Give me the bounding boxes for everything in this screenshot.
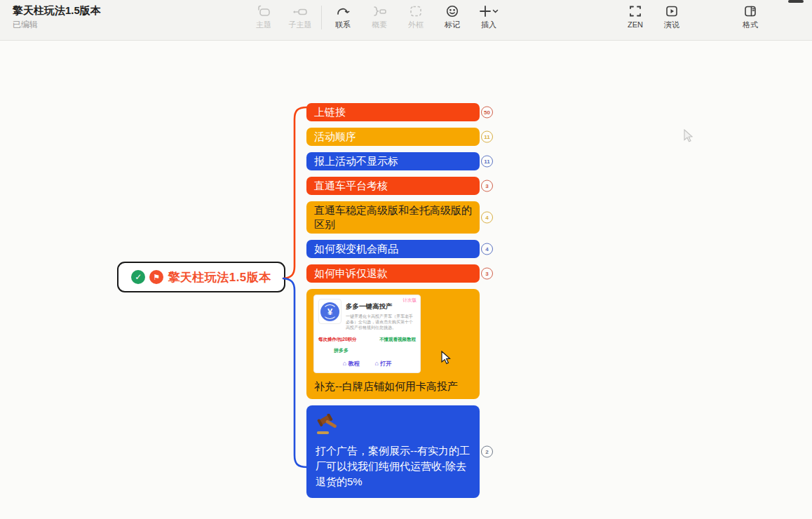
card-cost-note: 每次操作/扣20积分 <box>318 337 357 343</box>
presentation-label: 演说 <box>664 20 679 29</box>
insert-label: 插入 <box>481 20 496 29</box>
topic-label: 报上活动不显示标 <box>314 155 398 167</box>
zen-mode-button[interactable]: ZEN <box>617 3 654 29</box>
card-description: 一键开通化卡高投产开车（开车老手必备）全勾选，请点击去购买第十个高投产价格规则任… <box>346 314 416 330</box>
branch-row: 活动顺序 11 <box>306 128 480 146</box>
count-badge[interactable]: 50 <box>481 107 493 119</box>
document-title: 擎天柱玩法1.5版本 <box>13 4 101 18</box>
topic-button[interactable]: 主题 <box>245 3 282 29</box>
count-badge[interactable]: 3 <box>481 180 493 192</box>
image-node-caption: 补充--白牌店铺如何用卡高投产 <box>313 380 473 393</box>
brace-connector <box>279 101 310 474</box>
format-panel-button[interactable]: 格式 <box>732 3 769 29</box>
brace-bottom-half <box>283 278 307 467</box>
summary-icon <box>371 3 388 20</box>
topic-node-shanglianjie[interactable]: 上链接 <box>306 103 480 121</box>
branch-row: 直通车稳定高级版和全托高级版的区别 4 <box>306 201 480 234</box>
topic-label: 主题 <box>256 20 271 29</box>
boundary-icon <box>408 3 424 20</box>
window-control-dash[interactable] <box>788 0 804 3</box>
app-logo-icon: ¥ <box>318 299 341 324</box>
ghost-cursor-arrow <box>684 129 693 143</box>
flag-circle-icon: ⚑ <box>149 270 163 284</box>
topic-label: 上链接 <box>314 106 346 118</box>
format-panel-label: 格式 <box>743 20 758 29</box>
mindmap-canvas[interactable]: ✓ ⚑ 擎天柱玩法1.5版本 上链接 50 活动顺序 11 报上活动不显示标 1… <box>0 41 812 519</box>
cursor-arrow <box>441 351 452 365</box>
branch-row: 上链接 50 <box>306 103 480 121</box>
card-link-open[interactable]: ⌂ 打开 <box>375 360 392 368</box>
embedded-image-card[interactable]: 计次版 ¥ 多多一键高投产 一键开通化卡高投产开车（开车老手必备）全勾选，请点击… <box>313 295 421 373</box>
summary-button[interactable]: 概要 <box>361 3 398 29</box>
home-icon: ⌂ <box>343 360 346 367</box>
central-topic-node[interactable]: ✓ ⚑ 擎天柱玩法1.5版本 <box>117 262 285 292</box>
toolbar-center-group: 主题 子主题 联系 概要 <box>245 3 507 29</box>
card-link-tutorial[interactable]: ⌂ 教程 <box>343 360 360 368</box>
zen-mode-icon <box>628 3 643 20</box>
relationship-button[interactable]: 联系 <box>325 3 361 29</box>
count-badge[interactable]: 3 <box>481 268 493 280</box>
count-badge[interactable]: 4 <box>481 212 493 224</box>
gavel-icon <box>316 414 341 435</box>
insert-button[interactable]: 插入 <box>471 3 507 29</box>
card-platform: 拼多多 <box>334 347 416 354</box>
boundary-button[interactable]: 外框 <box>398 3 434 29</box>
card-tag: 计次版 <box>403 297 417 304</box>
marker-label: 标记 <box>445 20 460 29</box>
toolbar-separator <box>321 6 322 29</box>
insert-icon <box>479 3 499 20</box>
branch-row: 计次版 ¥ 多多一键高投产 一键开通化卡高投产开车（开车老手必备）全勾选，请点击… <box>306 289 480 399</box>
topic-label: 直通车平台考核 <box>314 180 388 191</box>
count-badge[interactable]: 4 <box>481 243 493 255</box>
subtopic-button[interactable]: 子主题 <box>282 3 318 29</box>
branch-row: 如何裂变机会商品 4 <box>306 240 480 258</box>
topic-node-baoshanghuodong[interactable]: 报上活动不显示标 <box>306 152 480 170</box>
relationship-label: 联系 <box>335 20 351 29</box>
summary-label: 概要 <box>372 20 387 29</box>
branch-column: 上链接 50 活动顺序 11 报上活动不显示标 11 直通车平台考核 3 直通车… <box>306 103 480 498</box>
boundary-label: 外框 <box>408 20 424 29</box>
topic-label: 如何裂变机会商品 <box>314 243 398 255</box>
count-badge[interactable]: 11 <box>481 131 493 143</box>
count-badge[interactable]: 2 <box>481 446 493 458</box>
brace-top-half <box>283 107 307 278</box>
subtopic-icon <box>292 3 309 20</box>
subtopic-label: 子主题 <box>289 20 312 29</box>
presentation-icon <box>664 3 679 20</box>
relationship-icon <box>335 3 351 20</box>
topic-node-advertisement[interactable]: 打个广告，案例展示--有实力的工厂可以找我们纯佣代运营收-除去退货的5% <box>306 405 480 498</box>
home-icon: ⌂ <box>375 360 379 367</box>
format-panel-icon <box>743 3 758 20</box>
topic-node-zhitongche-kaohe[interactable]: 直通车平台考核 <box>306 177 480 195</box>
topic-node-image-gaotouchan[interactable]: 计次版 ¥ 多多一键高投产 一键开通化卡高投产开车（开车老手必备）全勾选，请点击… <box>306 289 480 399</box>
branch-row: 打个广告，案例展示--有实力的工厂可以找我们纯佣代运营收-除去退货的5% 2 <box>306 405 480 498</box>
branch-row: 报上活动不显示标 11 <box>306 152 480 170</box>
marker-button[interactable]: 标记 <box>434 3 471 29</box>
count-badge[interactable]: 11 <box>481 156 493 168</box>
zen-mode-label: ZEN <box>628 20 643 29</box>
toolbar-right-group: ZEN 演说 格式 <box>617 3 769 29</box>
presentation-button[interactable]: 演说 <box>654 3 690 29</box>
marker-icon <box>445 3 460 20</box>
advertisement-text: 打个广告，案例展示--有实力的工厂可以找我们纯佣代运营收-除去退货的5% <box>316 443 471 490</box>
central-topic-label: 擎天柱玩法1.5版本 <box>168 269 271 285</box>
card-tutorial-note: 不懂观看视频教程 <box>379 337 416 343</box>
check-circle-icon: ✓ <box>131 270 145 284</box>
topic-label: 如何申诉仅退款 <box>314 267 388 279</box>
topic-label: 直通车稳定高级版和全托高级版的区别 <box>314 204 472 230</box>
topic-node-shensu-tuikuan[interactable]: 如何申诉仅退款 <box>306 264 480 283</box>
topic-node-huodongshunxu[interactable]: 活动顺序 <box>306 128 480 146</box>
branch-row: 如何申诉仅退款 3 <box>306 264 480 283</box>
topic-label: 活动顺序 <box>314 130 356 142</box>
topic-icon <box>256 3 271 20</box>
save-status: 已编辑 <box>13 19 38 31</box>
topic-node-zhitongche-qubie[interactable]: 直通车稳定高级版和全托高级版的区别 <box>306 201 480 234</box>
topic-node-liebian-shangpin[interactable]: 如何裂变机会商品 <box>306 240 480 258</box>
branch-row: 直通车平台考核 3 <box>306 177 480 195</box>
toolbar: 擎天柱玩法1.5版本 已编辑 主题 子主题 联系 <box>0 0 812 41</box>
